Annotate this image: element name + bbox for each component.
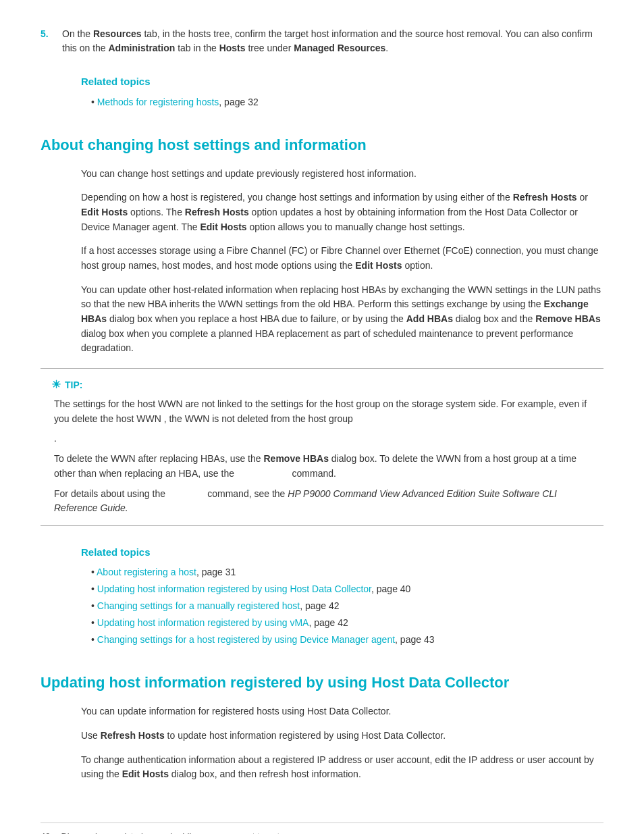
related-topics-list-2: About registering a host, page 31 Updati…: [91, 565, 603, 647]
tip-icon: ☀: [51, 377, 61, 393]
related-topics-list-1: Methods for registering hosts, page 32: [91, 95, 603, 109]
related-topics-heading-1: Related topics: [81, 74, 603, 90]
tip-box: ☀ TIP: The settings for the host WWN are…: [41, 368, 603, 526]
section1-title: About changing host settings and informa…: [41, 134, 603, 156]
related-topic-link-manual-reg[interactable]: Changing settings for a manually registe…: [97, 600, 300, 611]
related-topic-item-3: Changing settings for a manually registe…: [91, 599, 603, 613]
section2-para2: Use Refresh Hosts to update host informa…: [81, 729, 603, 744]
related-topic-link-1[interactable]: Methods for registering hosts: [97, 97, 219, 107]
related-topic-item: Methods for registering hosts, page 32: [91, 95, 603, 109]
page-ref-rt2-4: , page 43: [395, 634, 434, 645]
section1-para2: Depending on how a host is registered, y…: [81, 190, 603, 234]
related-topic-link-dma[interactable]: Changing settings for a host registered …: [97, 634, 395, 645]
page-ref-rt2-2: , page 42: [300, 600, 339, 611]
page-ref-rt2-1: , page 40: [371, 583, 410, 594]
tip-heading: TIP:: [65, 378, 82, 392]
related-topics-heading-2: Related topics: [81, 545, 603, 561]
footer-text: Discovering, registering, and adding man…: [61, 830, 284, 834]
section1-para1: You can change host settings and update …: [81, 167, 603, 182]
related-topic-link-vma[interactable]: Updating host information registered by …: [97, 617, 309, 628]
section2-title: Updating host information registered by …: [41, 671, 603, 694]
page-ref-1: , page 32: [219, 97, 258, 107]
section2-para3: To change authentication information abo…: [81, 753, 603, 782]
tip-content: The settings for the host WWN are not li…: [54, 397, 593, 516]
related-topic-link-updating-hdc[interactable]: Updating host information registered by …: [97, 583, 371, 594]
section1-para4: You can update other host-related inform…: [81, 283, 603, 356]
step-number: 5.: [41, 27, 62, 55]
footer-page-number: 40: [41, 830, 50, 834]
related-topic-link-about-registering[interactable]: About registering a host: [97, 567, 196, 577]
related-topic-item-1: About registering a host, page 31: [91, 565, 603, 579]
related-topic-item-4: Updating host information registered by …: [91, 616, 603, 630]
related-topic-item-5: Changing settings for a host registered …: [91, 633, 603, 647]
step-text: On the Resources tab, in the hosts tree,…: [62, 27, 603, 55]
section1-para3: If a host accesses storage using a Fibre…: [81, 244, 603, 273]
tip-label: ☀ TIP:: [51, 377, 593, 393]
section2-para1: You can update information for registere…: [81, 704, 603, 719]
page-ref-rt2-0: , page 31: [196, 567, 236, 577]
related-topic-item-2: Updating host information registered by …: [91, 582, 603, 596]
page-ref-rt2-3: , page 42: [308, 617, 348, 628]
footer: 40 Discovering, registering, and adding …: [41, 823, 603, 834]
step-5: 5. On the Resources tab, in the hosts tr…: [41, 27, 603, 55]
